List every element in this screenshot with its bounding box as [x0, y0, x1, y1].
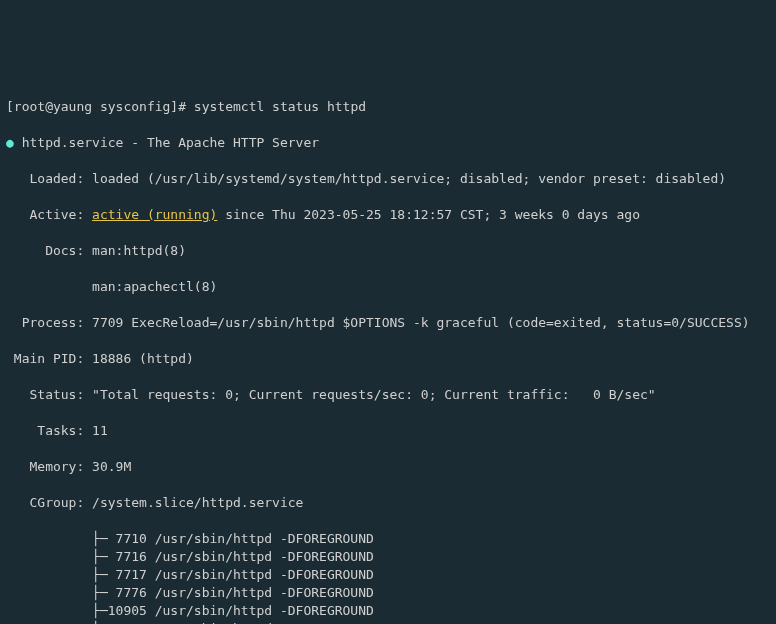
- service-header: ● httpd.service - The Apache HTTP Server: [6, 134, 770, 152]
- active-label: Active:: [6, 207, 92, 222]
- cgroup-tree: ├─ 7710 /usr/sbin/httpd -DFOREGROUND ├─ …: [6, 530, 770, 624]
- cgroup-line: CGroup: /system.slice/httpd.service: [6, 494, 770, 512]
- cgroup-process: ├─10906 /usr/sbin/httpd -DFOREGROUND: [6, 620, 770, 624]
- status-line: Status: "Total requests: 0; Current requ…: [6, 386, 770, 404]
- tasks-value: 11: [92, 423, 108, 438]
- service-name: httpd.service - The Apache HTTP Server: [14, 135, 319, 150]
- status-dot-icon: ●: [6, 135, 14, 150]
- loaded-value: loaded (/usr/lib/systemd/system/httpd.se…: [92, 171, 726, 186]
- process-value: 7709 ExecReload=/usr/sbin/httpd $OPTIONS…: [92, 315, 749, 330]
- cgroup-process: ├─10905 /usr/sbin/httpd -DFOREGROUND: [6, 602, 770, 620]
- cgroup-process: ├─ 7717 /usr/sbin/httpd -DFOREGROUND: [6, 566, 770, 584]
- tasks-label: Tasks:: [6, 423, 92, 438]
- mainpid-value: 18886 (httpd): [92, 351, 194, 366]
- memory-value: 30.9M: [92, 459, 131, 474]
- docs-value-2: man:apachectl(8): [92, 279, 217, 294]
- memory-label: Memory:: [6, 459, 92, 474]
- docs-label: Docs:: [6, 243, 92, 258]
- loaded-line: Loaded: loaded (/usr/lib/systemd/system/…: [6, 170, 770, 188]
- docs-line-2: man:apachectl(8): [6, 278, 770, 296]
- prompt: [root@yaung sysconfig]#: [6, 99, 194, 114]
- active-since: since Thu 2023-05-25 18:12:57 CST; 3 wee…: [217, 207, 640, 222]
- prompt-line[interactable]: [root@yaung sysconfig]# systemctl status…: [6, 98, 770, 116]
- active-status: active (running): [92, 207, 217, 222]
- mainpid-label: Main PID:: [6, 351, 92, 366]
- cgroup-value: /system.slice/httpd.service: [92, 495, 303, 510]
- loaded-label: Loaded:: [6, 171, 92, 186]
- command: systemctl status httpd: [194, 99, 366, 114]
- mainpid-line: Main PID: 18886 (httpd): [6, 350, 770, 368]
- tasks-line: Tasks: 11: [6, 422, 770, 440]
- active-line: Active: active (running) since Thu 2023-…: [6, 206, 770, 224]
- process-label: Process:: [6, 315, 92, 330]
- docs-value-1: man:httpd(8): [92, 243, 186, 258]
- cgroup-process: ├─ 7716 /usr/sbin/httpd -DFOREGROUND: [6, 548, 770, 566]
- cgroup-process: ├─ 7710 /usr/sbin/httpd -DFOREGROUND: [6, 530, 770, 548]
- pad: [6, 279, 92, 294]
- memory-line: Memory: 30.9M: [6, 458, 770, 476]
- cgroup-process: ├─ 7776 /usr/sbin/httpd -DFOREGROUND: [6, 584, 770, 602]
- status-value: "Total requests: 0; Current requests/sec…: [92, 387, 656, 402]
- cgroup-label: CGroup:: [6, 495, 92, 510]
- process-line: Process: 7709 ExecReload=/usr/sbin/httpd…: [6, 314, 770, 332]
- status-label: Status:: [6, 387, 92, 402]
- docs-line-1: Docs: man:httpd(8): [6, 242, 770, 260]
- terminal-output: [root@yaung sysconfig]# systemctl status…: [6, 80, 770, 624]
